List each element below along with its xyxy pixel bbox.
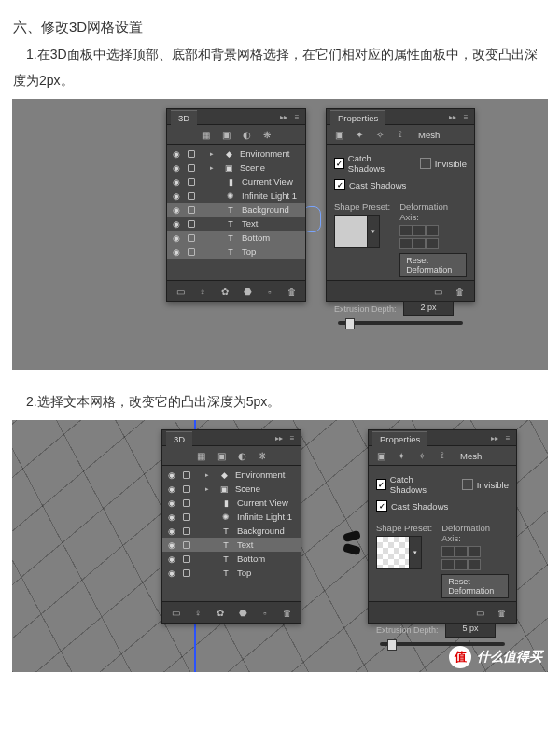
visibility-toggle-icon[interactable]: ◉ [166,540,177,551]
render-icon[interactable]: ▭ [431,285,444,298]
filter-mesh-icon[interactable]: ▣ [219,128,232,141]
visibility-toggle-icon[interactable]: ◉ [171,148,182,160]
reset-deformation-button[interactable]: Reset Deformation [441,574,509,598]
render-icon[interactable]: ▭ [473,606,486,619]
extrusion-depth-slider[interactable] [338,321,463,325]
visibility-toggle-icon[interactable]: ◉ [166,470,177,481]
selection-box-icon[interactable] [188,164,195,172]
coord-mode-icon[interactable]: ⟟ [394,128,407,141]
menu-icon[interactable]: ≡ [461,113,470,120]
tab-properties[interactable]: Properties [330,110,385,125]
visibility-toggle-icon[interactable]: ◉ [166,568,177,579]
menu-icon[interactable]: ≡ [503,434,512,442]
disclosure-icon[interactable]: ▸ [205,471,213,479]
collapse-icon[interactable]: ▸▸ [274,434,284,442]
scene-tree-row[interactable]: ◉▮Current View [162,496,301,510]
new-icon[interactable]: ▫ [263,285,276,298]
selection-box-icon[interactable] [183,513,190,521]
scene-tree-row[interactable]: ◉TBottom [167,231,305,245]
scene-tree-row[interactable]: ◉TBackground [162,524,301,538]
mesh-mode-icon[interactable]: ▣ [332,128,345,141]
scene-tree-row[interactable]: ◉TText [162,538,301,552]
cap-mode-icon[interactable]: ✧ [415,449,428,462]
disclosure-icon[interactable]: ▸ [210,150,217,158]
filter-material-icon[interactable]: ◐ [235,449,248,462]
visibility-toggle-icon[interactable]: ◉ [166,554,177,565]
selection-box-icon[interactable] [188,248,195,256]
extrusion-depth-input[interactable]: 5 px [445,623,496,638]
selection-box-icon[interactable] [183,541,190,549]
camera-icon[interactable]: ✿ [218,285,231,298]
scene-tree-row[interactable]: ◉TTop [167,245,305,259]
panel-properties-titlebar[interactable]: Properties ▸▸ ≡ [327,109,474,125]
selection-box-icon[interactable] [183,555,190,563]
catch-shadows-checkbox[interactable]: ✓Catch Shadows [376,474,445,495]
reset-deformation-button[interactable]: Reset Deformation [399,253,467,277]
scene-tree-row[interactable]: ◉▸◆Environment [162,468,301,482]
scene-tree-row[interactable]: ◉▮Current View [167,175,305,189]
scene-tree-row[interactable]: ◉▸▣Scene [167,161,305,175]
visibility-toggle-icon[interactable]: ◉ [166,512,177,523]
ground-plane-icon[interactable]: ▭ [169,606,182,619]
selection-box-icon[interactable] [188,150,195,158]
camera-icon[interactable]: ✿ [214,606,227,619]
invisible-checkbox[interactable]: Invisible [420,153,467,174]
cast-shadows-checkbox[interactable]: ✓Cast Shadows [376,500,509,512]
filter-light-icon[interactable]: ❋ [256,449,269,462]
visibility-toggle-icon[interactable]: ◉ [171,246,182,258]
shape-preset-swatch[interactable] [334,215,368,248]
menu-icon[interactable]: ≡ [292,113,301,120]
shape-preset-dropdown[interactable]: ▾ [368,215,380,248]
scene-tree-row[interactable]: ◉▸▣Scene [162,482,301,496]
trash-icon[interactable]: 🗑 [286,285,299,298]
mesh-mode-icon[interactable]: ▣ [374,449,387,462]
scene-tree-row[interactable]: ◉TTop [162,566,301,580]
disclosure-icon[interactable]: ▸ [210,164,217,172]
selection-box-icon[interactable] [188,220,195,228]
visibility-toggle-icon[interactable]: ◉ [166,484,177,495]
deform-axis-grid[interactable] [399,225,467,249]
filter-material-icon[interactable]: ◐ [240,128,253,141]
visibility-toggle-icon[interactable]: ◉ [171,176,182,188]
selection-box-icon[interactable] [188,178,195,186]
panel-3d-titlebar[interactable]: 3D ▸▸ ≡ [167,109,305,125]
scene-tree-row[interactable]: ◉✺Infinite Light 1 [167,189,305,203]
add-icon[interactable]: ⬣ [236,606,249,619]
selection-box-icon[interactable] [188,192,195,200]
disclosure-icon[interactable]: ▸ [205,485,213,493]
selection-box-icon[interactable] [183,527,190,535]
trash-icon[interactable]: 🗑 [281,606,294,619]
cast-shadows-checkbox[interactable]: ✓Cast Shadows [334,179,467,190]
scene-tree-row[interactable]: ◉TBottom [162,552,301,566]
deform-axis-grid[interactable] [441,546,509,570]
light-icon[interactable]: ♀ [191,606,204,619]
menu-icon[interactable]: ≡ [287,434,297,442]
coord-mode-icon[interactable]: ⟟ [436,449,449,462]
filter-light-icon[interactable]: ❋ [260,128,273,141]
catch-shadows-checkbox[interactable]: ✓Catch Shadows [334,153,403,174]
selection-box-icon[interactable] [183,569,190,577]
filter-all-icon[interactable]: ▦ [194,449,207,462]
add-icon[interactable]: ⬣ [241,285,254,298]
ground-plane-icon[interactable]: ▭ [174,285,187,298]
collapse-icon[interactable]: ▸▸ [448,113,457,120]
shape-preset-swatch[interactable] [376,536,410,569]
new-icon[interactable]: ▫ [259,606,272,619]
trash-icon[interactable]: 🗑 [496,606,509,619]
deform-mode-icon[interactable]: ✦ [353,128,366,141]
panel-3d-titlebar[interactable]: 3D ▸▸≡ [162,430,301,446]
panel-properties-titlebar[interactable]: Properties ▸▸≡ [369,430,516,446]
visibility-toggle-icon[interactable]: ◉ [166,498,177,509]
visibility-toggle-icon[interactable]: ◉ [171,204,182,216]
visibility-toggle-icon[interactable]: ◉ [166,526,177,537]
scene-tree-row[interactable]: ◉✺Infinite Light 1 [162,510,301,524]
extrusion-depth-input[interactable]: 2 px [403,301,454,316]
deform-mode-icon[interactable]: ✦ [395,449,408,462]
scene-tree-row[interactable]: ◉▸◆Environment [167,147,305,161]
scene-tree-row[interactable]: ◉TBackground [167,203,305,217]
filter-all-icon[interactable]: ▦ [199,128,212,141]
selection-box-icon[interactable] [188,206,195,214]
collapse-icon[interactable]: ▸▸ [279,113,288,120]
selection-box-icon[interactable] [183,485,190,493]
tab-3d[interactable]: 3D [171,110,197,125]
